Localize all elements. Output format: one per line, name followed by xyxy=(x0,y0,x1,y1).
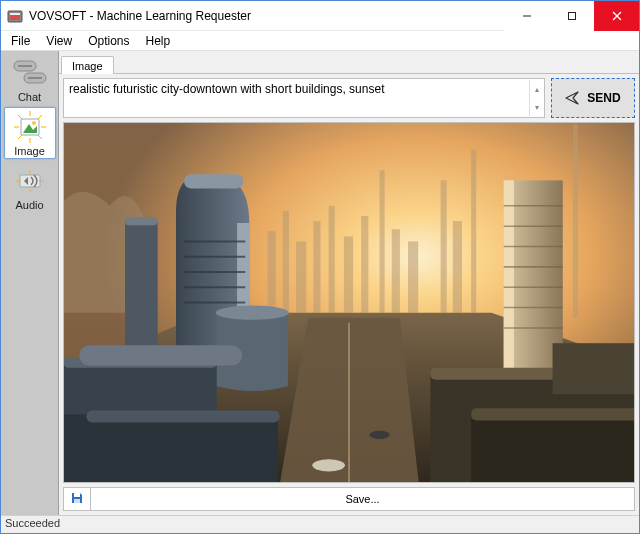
menu-view[interactable]: View xyxy=(38,31,80,50)
tab-image[interactable]: Image xyxy=(61,56,114,74)
svg-line-15 xyxy=(18,115,22,119)
audio-icon xyxy=(10,165,50,197)
svg-rect-78 xyxy=(74,499,80,503)
svg-rect-31 xyxy=(283,211,289,313)
image-panel: ▴ ▾ SEND xyxy=(59,73,639,515)
svg-rect-55 xyxy=(125,217,158,225)
svg-rect-2 xyxy=(10,13,20,15)
prompt-box: ▴ ▾ xyxy=(63,78,545,118)
app-window: VOVSOFT - Machine Learning Requester Fil… xyxy=(0,0,640,534)
window-title: VOVSOFT - Machine Learning Requester xyxy=(29,9,251,23)
svg-rect-32 xyxy=(296,241,306,312)
svg-rect-67 xyxy=(79,345,242,365)
svg-rect-36 xyxy=(361,216,368,313)
svg-rect-37 xyxy=(380,170,385,313)
svg-rect-72 xyxy=(471,414,634,482)
svg-rect-74 xyxy=(553,343,634,394)
close-button[interactable] xyxy=(594,1,639,31)
tabstrip: Image xyxy=(59,51,639,73)
sidebar-item-label: Image xyxy=(14,145,45,157)
svg-rect-35 xyxy=(344,236,353,312)
chat-icon xyxy=(10,57,50,89)
save-button[interactable]: Save... xyxy=(91,487,635,511)
status-text: Succeeded xyxy=(5,517,60,529)
prompt-spin: ▴ ▾ xyxy=(529,80,543,116)
svg-rect-39 xyxy=(408,241,418,312)
sidebar-item-label: Audio xyxy=(15,199,43,211)
image-icon xyxy=(10,111,50,143)
svg-line-17 xyxy=(18,135,22,139)
save-label: Save... xyxy=(345,493,379,505)
svg-point-76 xyxy=(369,431,389,439)
svg-rect-41 xyxy=(453,221,462,313)
menu-options[interactable]: Options xyxy=(80,31,137,50)
sidebar-item-image[interactable]: Image xyxy=(4,107,56,159)
menu-help[interactable]: Help xyxy=(138,31,179,50)
svg-rect-73 xyxy=(471,408,634,420)
save-row: Save... xyxy=(63,487,635,511)
svg-rect-40 xyxy=(441,180,447,312)
svg-rect-47 xyxy=(184,174,243,188)
menubar: File View Options Help xyxy=(1,31,639,51)
svg-rect-77 xyxy=(74,493,80,497)
svg-rect-38 xyxy=(392,229,400,312)
svg-rect-42 xyxy=(471,150,476,313)
svg-point-21 xyxy=(32,121,36,125)
app-icon xyxy=(7,8,23,24)
spin-up-icon[interactable]: ▴ xyxy=(529,80,543,98)
svg-point-75 xyxy=(312,459,345,471)
sidebar-item-chat[interactable]: Chat xyxy=(4,53,56,105)
titlebar: VOVSOFT - Machine Learning Requester xyxy=(1,1,639,31)
svg-rect-30 xyxy=(268,231,276,312)
save-icon xyxy=(70,491,84,508)
save-icon-button[interactable] xyxy=(63,487,91,511)
prompt-input[interactable] xyxy=(64,79,544,117)
menu-file[interactable]: File xyxy=(3,31,38,50)
maximize-button[interactable] xyxy=(549,1,594,31)
svg-line-18 xyxy=(38,135,42,139)
minimize-button[interactable] xyxy=(504,1,549,31)
statusbar: Succeeded xyxy=(1,515,639,533)
send-label: SEND xyxy=(587,91,620,105)
send-button[interactable]: SEND xyxy=(551,78,635,118)
svg-rect-4 xyxy=(568,12,575,19)
spin-down-icon[interactable]: ▾ xyxy=(529,98,543,116)
svg-line-16 xyxy=(38,115,42,119)
main-area: Image ▴ ▾ SEND xyxy=(59,51,639,515)
svg-rect-33 xyxy=(313,221,320,313)
sidebar: Chat Image xyxy=(1,51,59,515)
send-icon xyxy=(565,91,579,105)
svg-rect-34 xyxy=(329,206,335,313)
sidebar-item-audio[interactable]: Audio xyxy=(4,161,56,213)
body: Chat Image xyxy=(1,51,639,515)
svg-rect-68 xyxy=(64,414,278,482)
sidebar-item-label: Chat xyxy=(18,91,41,103)
svg-rect-69 xyxy=(86,410,279,422)
svg-rect-43 xyxy=(573,124,578,317)
generated-image xyxy=(63,122,635,483)
svg-point-53 xyxy=(216,306,289,320)
prompt-row: ▴ ▾ SEND xyxy=(63,78,635,118)
